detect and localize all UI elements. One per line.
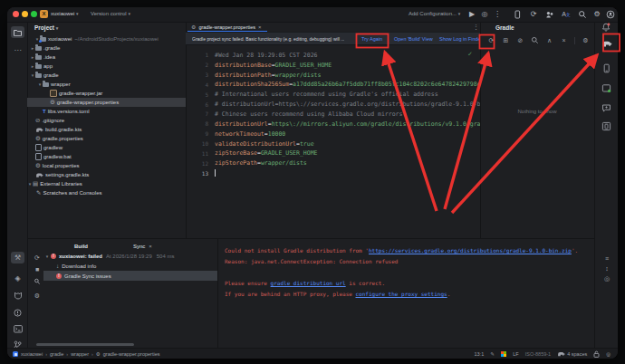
- close-tab-icon[interactable]: ×: [149, 244, 152, 249]
- maximize-window-button[interactable]: [31, 11, 37, 17]
- line-separator-widget[interactable]: LF: [513, 351, 518, 357]
- tree-item-settings-gradle-kts[interactable]: settings.gradle.kts: [27, 170, 186, 179]
- project-selector[interactable]: xuxiaowei ▾: [51, 11, 79, 16]
- code-with-me-icon[interactable]: [545, 10, 554, 19]
- more-tool-windows-button[interactable]: ⋯: [11, 44, 24, 56]
- tree-item-gradlew[interactable]: gradlew: [27, 143, 186, 152]
- gradle-settings-icon[interactable]: ⚙: [582, 36, 590, 45]
- device-manager-button[interactable]: [601, 63, 612, 74]
- editor-options-kebab-icon[interactable]: ⋮: [473, 24, 479, 31]
- problems-tool-window-button[interactable]: [11, 307, 24, 319]
- folder-icon: [35, 46, 42, 51]
- folder-icon: [43, 82, 49, 87]
- build-settings-icon[interactable]: ⚙: [31, 290, 43, 302]
- build-task-icon[interactable]: ⊞: [502, 36, 510, 45]
- build-panel-title[interactable]: Build: [74, 244, 88, 249]
- run-button[interactable]: ▶: [467, 10, 476, 19]
- show-log-link[interactable]: Show Log in Finder: [439, 36, 481, 42]
- tree-item-app-folder[interactable]: ▸ app: [27, 62, 186, 71]
- tree-item-external-libraries[interactable]: ▾ ▤ External Libraries: [27, 179, 186, 188]
- build-root-row[interactable]: ▾ ! xuxiaowei: failed At 2026/1/28 19:29…: [43, 251, 217, 261]
- breadcrumb-wrapper[interactable]: wrapper: [71, 351, 89, 357]
- tree-item-gradle-wrapper-jar[interactable]: gradle-wrapper.jar: [27, 89, 186, 98]
- output-line: Reason: java.net.ConnectException: Conne…: [225, 258, 398, 264]
- tab-sync[interactable]: Sync×: [133, 244, 152, 249]
- running-devices-button[interactable]: [601, 83, 612, 94]
- breadcrumb-gradle[interactable]: gradle: [50, 351, 63, 357]
- horizontal-scrollbar[interactable]: [36, 343, 134, 346]
- tree-item-gradlew-bat[interactable]: gradlew.bat: [27, 152, 186, 161]
- gradle-distribution-url-link[interactable]: gradle distribution url: [271, 280, 346, 286]
- code-line: 7# Chinese users recommend using Alibaba…: [186, 110, 480, 120]
- breadcrumb-project[interactable]: xuxiaowei: [21, 351, 43, 357]
- status-indicator-icon[interactable]: ◎: [606, 351, 611, 357]
- collapse-all-icon[interactable]: ×: [560, 36, 568, 45]
- run-configuration-selector[interactable]: Add Configuration... ▾: [409, 11, 460, 16]
- settings-gear-icon[interactable]: ⚙: [592, 10, 601, 19]
- more-actions-button[interactable]: ⋮: [493, 10, 502, 19]
- translate-icon[interactable]: A文: [562, 10, 571, 19]
- build-output[interactable]: Could not install Gradle distribution fr…: [217, 239, 594, 349]
- try-again-link[interactable]: Try Again: [361, 36, 382, 42]
- code-line: 3distributionPath=wrapper/dists: [186, 70, 480, 80]
- tree-item-gradle-wrapper-properties[interactable]: ⚙ gradle-wrapper.properties: [27, 98, 186, 107]
- tree-item-local-properties[interactable]: ⚙ local.properties: [27, 161, 186, 170]
- pin-icon[interactable]: [31, 278, 43, 290]
- close-window-button[interactable]: [13, 11, 19, 17]
- project-tool-window-button[interactable]: [11, 26, 24, 38]
- tree-item-build-gradle-kts[interactable]: build.gradle.kts: [27, 125, 186, 134]
- emulator-button[interactable]: ◎: [601, 275, 612, 286]
- minimize-window-button[interactable]: [22, 11, 28, 17]
- close-tab-icon[interactable]: ×: [258, 24, 262, 30]
- properties-file-icon: ⚙: [35, 136, 41, 141]
- execute-gradle-task-icon[interactable]: [531, 36, 539, 45]
- expand-all-icon[interactable]: ∧: [545, 36, 553, 45]
- vcs-selector[interactable]: Version control ▾: [91, 11, 130, 16]
- device-manager-icon[interactable]: [513, 10, 522, 19]
- gradle-panel-title[interactable]: Gradle: [495, 24, 514, 31]
- tree-item-scratches[interactable]: ✎ Scratches and Consoles: [27, 188, 186, 197]
- logcat-tool-window-button[interactable]: [11, 290, 24, 302]
- tree-item-gradle-cache-folder[interactable]: ▸ .gradle: [27, 43, 186, 53]
- resync-icon[interactable]: ⟳: [31, 252, 43, 263]
- tree-item-libs-versions-toml[interactable]: T libs.versions.toml: [27, 107, 186, 116]
- code-editor[interactable]: 1#Wed Jan 28 19:29:05 CST 2026 2distribu…: [186, 51, 480, 178]
- plugin-colored-squares-icon[interactable]: [501, 351, 507, 358]
- search-everywhere-icon[interactable]: [578, 10, 587, 19]
- sync-project-icon[interactable]: ⟳: [529, 10, 538, 19]
- app-quality-insights-button[interactable]: [601, 103, 612, 114]
- tree-item-gradle-folder[interactable]: ▾ gradle: [27, 71, 186, 80]
- tree-item-wrapper-folder[interactable]: ▾ wrapper: [27, 80, 186, 89]
- open-build-view-link[interactable]: Open 'Build' View: [394, 36, 433, 42]
- device-explorer-button[interactable]: [601, 121, 612, 132]
- account-icon[interactable]: [606, 10, 615, 19]
- gradle-tool-window-button[interactable]: [601, 40, 612, 51]
- tree-item-project-root[interactable]: ▾ xuxiaowei ~/AndroidStudioProjects/xuxi…: [27, 34, 186, 43]
- tree-item-gitignore[interactable]: ⊘ .gitignore: [27, 116, 186, 125]
- read-only-lock-icon[interactable]: [593, 350, 600, 358]
- tree-item-gradle-properties[interactable]: ⚙ gradle.properties: [27, 134, 186, 143]
- offline-mode-icon[interactable]: ⊘: [516, 36, 524, 45]
- encoding-widget[interactable]: ISO-8859-1: [525, 351, 551, 357]
- code-line: 1#Wed Jan 28 19:29:05 CST 2026: [186, 51, 480, 61]
- sync-all-gradle-projects-icon[interactable]: ⟳: [487, 36, 495, 45]
- edit-mode-icon[interactable]: ✎: [490, 351, 495, 357]
- caret-position-widget[interactable]: 13:1: [474, 351, 484, 357]
- profiler-tool-window-button[interactable]: ◈: [11, 273, 24, 284]
- tree-item-idea-folder[interactable]: ▸ .idea: [27, 53, 186, 62]
- build-row-download-info[interactable]: ↓ Download info: [43, 261, 217, 271]
- notifications-bell-icon[interactable]: [601, 23, 612, 34]
- stop-icon[interactable]: ■: [31, 263, 43, 275]
- terminal-tool-window-button[interactable]: [11, 323, 24, 335]
- distribution-url-link[interactable]: https://services.gradle.org/distribution…: [369, 247, 572, 254]
- build-row-gradle-sync-issues[interactable]: ! Gradle Sync issues: [43, 271, 217, 281]
- project-panel-title[interactable]: Project ▾: [34, 24, 58, 31]
- gradle-icon: [557, 351, 565, 357]
- breadcrumb-file[interactable]: gradle-wrapper.properties: [103, 351, 160, 357]
- configure-proxy-settings-link[interactable]: configure the proxy settings: [356, 291, 447, 297]
- profile-run-icon[interactable]: ◎: [480, 10, 489, 19]
- indent-widget[interactable]: 4 spaces: [557, 351, 587, 357]
- build-tool-window-button[interactable]: ⚒: [11, 252, 24, 263]
- jar-file-icon: [50, 90, 57, 97]
- code-line: 6# distributionUrl=https\://services.gra…: [186, 100, 480, 110]
